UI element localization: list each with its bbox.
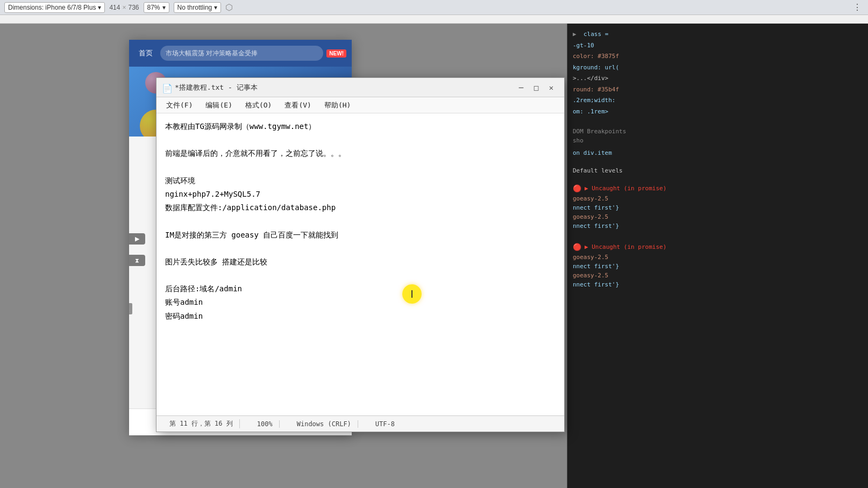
sensor-icon[interactable]: ⬡ (225, 2, 233, 12)
more-icon: ⋮ (853, 2, 862, 12)
code-text-3: color: #3875f (573, 52, 619, 61)
code-text-2: -gt-10 (573, 41, 594, 51)
mobile-search-bar[interactable]: 市场大幅震荡 对冲策略基金受捧 (160, 46, 323, 61)
arrow-icon: ▶ (573, 30, 579, 39)
code-line-7: .2rem;width: (573, 95, 863, 106)
code-line-6: round: #35b4f (573, 84, 863, 96)
menu-file[interactable]: 文件(F) (161, 98, 198, 112)
error-detail-2: nnect first'} (573, 203, 863, 212)
settings-icon: ⧗ (135, 257, 139, 263)
throttle-dropdown-icon: ▾ (214, 4, 217, 11)
maximize-icon: □ (534, 83, 538, 92)
mobile-search-text: 市场大幅震荡 对冲策略基金受捧 (166, 49, 258, 58)
mobile-settings-button[interactable]: ⧗ (129, 255, 145, 266)
code-text-4: kground: url( (573, 63, 619, 73)
error-text-1: ▶ Uncaught (in promise) (585, 185, 666, 192)
zoom-level: 100% (251, 420, 280, 428)
code-line-1: ▶ class = (573, 29, 863, 40)
error-circle-icon-2: 🔴 (573, 243, 581, 251)
notepad-title: *搭建教程.txt - 记事本 (175, 83, 514, 92)
notepad-minimize-button[interactable]: ─ (514, 80, 529, 95)
error-detail-1: goeasy-2.5 (573, 194, 863, 203)
close-icon: ✕ (549, 83, 553, 92)
device-selector[interactable]: Dimensions: iPhone 6/7/8 Plus ▾ (4, 2, 105, 13)
devtools-panel: 92 🔑 🚴 ⭐ ✕ ▶ class (567, 0, 868, 488)
notepad-statusbar: 第 11 行，第 16 列 100% Windows (CRLF) UTF-8 (156, 415, 564, 432)
error-circle-icon: 🔴 (573, 184, 581, 192)
error-detail-3: goeasy-2.5 (573, 212, 863, 221)
cursor-position: 第 11 行，第 16 列 (163, 419, 240, 428)
extra-detail-3: goeasy-2.5 (573, 271, 863, 280)
code-text-7: .2rem;width: (573, 96, 615, 105)
dom-breakpoints-label: DOM Breakpoints (573, 128, 863, 135)
code-line-8: om: .1rem> (573, 106, 863, 118)
dimension-box: 414 × 736 (109, 4, 139, 11)
zoom-selector[interactable]: 87% ▾ (144, 2, 169, 13)
menu-edit[interactable]: 编辑(E) (200, 98, 237, 112)
zoom-label: 87% (147, 4, 160, 11)
height-value: 736 (128, 4, 139, 11)
code-text-5: >...</div> (573, 74, 608, 83)
browser-top-bar: Dimensions: iPhone 6/7/8 Plus ▾ 414 × 73… (0, 0, 868, 15)
mobile-new-badge: NEW! (326, 49, 346, 58)
notepad-window: 📄 *搭建教程.txt - 记事本 ─ □ ✕ 文件(F) 编辑(E) 格式(O… (156, 77, 565, 432)
code-text-8: om: .1rem> (573, 107, 608, 117)
extra-detail-2: nnect first'} (573, 262, 863, 271)
error-line-1: 🔴 ▶ Uncaught (in promise) (573, 183, 863, 194)
code-line-5: >...</div> (573, 73, 863, 84)
sho-label: sho (573, 137, 863, 144)
line-ending: Windows (CRLF) (290, 420, 358, 428)
play-icon: ▶ (135, 235, 139, 242)
extra-detail-1: goeasy-2.5 (573, 253, 863, 262)
default-levels-label: Default levels (573, 167, 863, 174)
notepad-titlebar: 📄 *搭建教程.txt - 记事本 ─ □ ✕ (156, 78, 564, 97)
error-text-2: ▶ Uncaught (in promise) (585, 243, 666, 250)
error-detail-4: nnect first'} (573, 221, 863, 231)
minimize-icon: ─ (519, 83, 523, 92)
side-label: 窗口弹出 (129, 303, 132, 314)
code-text-1: class = (584, 30, 608, 39)
more-options-button[interactable]: ⋮ (851, 1, 864, 14)
device-label: Dimensions: iPhone 6/7/8 Plus (8, 4, 96, 11)
notepad-menubar: 文件(F) 编辑(E) 格式(O) 查看(V) 帮助(H) (156, 97, 564, 113)
width-value: 414 (109, 4, 120, 11)
zoom-dropdown-icon: ▾ (162, 4, 166, 11)
dimension-separator: × (122, 4, 126, 11)
throttle-selector[interactable]: No throttling ▾ (174, 2, 222, 13)
mobile-header: 首页 市场大幅震荡 对冲策略基金受捧 NEW! (129, 40, 352, 67)
extra-code-section: 🔴 ▶ Uncaught (in promise) goeasy-2.5 nne… (573, 241, 863, 289)
device-dropdown-icon: ▾ (98, 4, 101, 11)
mobile-play-button[interactable]: ▶ (129, 233, 145, 245)
code-line-4: kground: url( (573, 62, 863, 74)
menu-help[interactable]: 帮助(H) (319, 98, 356, 112)
ruler-bar (0, 15, 868, 24)
devtools-body: ▶ class = -gt-10 color: #3875f kground: … (567, 24, 868, 488)
error-section: 🔴 ▶ Uncaught (in promise) goeasy-2.5 nne… (573, 183, 863, 231)
code-text-6: round: #35b4f (573, 85, 619, 95)
code-line-2: -gt-10 (573, 40, 863, 52)
ion-div-item: on div.item (573, 149, 863, 156)
error-line-2: 🔴 ▶ Uncaught (in promise) (573, 241, 863, 253)
charset: UTF-8 (369, 420, 401, 428)
code-line-3: color: #3875f (573, 51, 863, 62)
menu-view[interactable]: 查看(V) (279, 98, 316, 112)
notepad-icon: 📄 (162, 83, 170, 92)
mobile-nav-home[interactable]: 首页 (134, 46, 157, 60)
notepad-maximize-button[interactable]: □ (529, 80, 544, 95)
menu-format[interactable]: 格式(O) (240, 98, 277, 112)
notepad-close-button[interactable]: ✕ (544, 80, 559, 95)
throttle-label: No throttling (177, 4, 212, 11)
notepad-content-area[interactable]: 本教程由TG源码网录制（www.tgymw.net） 前端是编译后的，介意就不用… (156, 113, 564, 415)
extra-detail-4: nnect first'} (573, 280, 863, 289)
